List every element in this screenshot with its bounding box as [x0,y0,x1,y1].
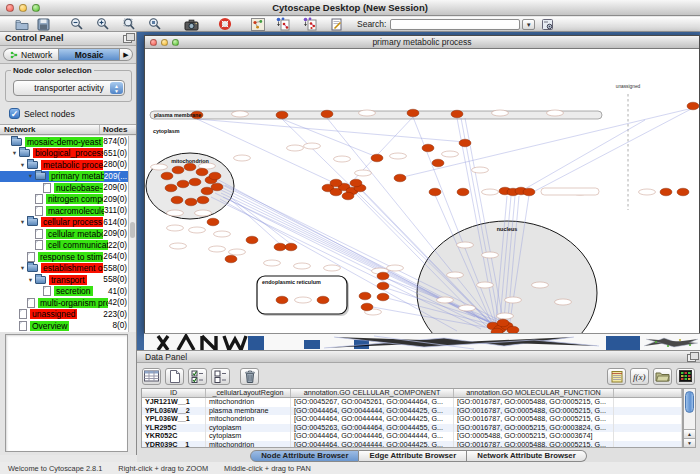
network-node[interactable] [197,196,209,204]
network-node[interactable] [274,243,286,251]
tab-overflow-arrow[interactable]: ▶ [120,48,133,61]
unselect-attributes-icon[interactable] [211,368,230,385]
network-node[interactable] [209,172,221,180]
expander-icon[interactable]: ▼ [18,265,27,271]
network-window-titlebar[interactable]: primary metabolic process [145,36,699,49]
close-button[interactable] [6,4,14,12]
network-node[interactable] [371,154,383,162]
tree-item[interactable]: ▼transport558(0) [0,274,129,286]
table-row[interactable]: YLR295Ccytoplasm[GO:0045263, GO:0044464,… [142,424,682,433]
create-attribute-icon[interactable] [165,368,184,385]
network-node[interactable] [285,243,297,251]
network-node[interactable] [321,110,333,118]
tab-mosaic[interactable]: Mosaic [58,48,120,61]
zoom-in-icon[interactable] [94,17,111,31]
search-options-icon[interactable] [539,17,556,31]
tree-scrollbar[interactable] [128,136,136,332]
tree-item[interactable]: mosaic-demo-yeast874(0) [0,136,129,148]
network-close-button[interactable] [150,39,157,46]
layout-mapping-icon[interactable] [274,17,291,31]
table-scrollbar[interactable]: ▲ ▼ [683,388,696,448]
tree-header-nodes[interactable]: Nodes [100,125,136,134]
network-node[interactable] [330,179,342,187]
vizmapper-icon[interactable] [249,17,266,31]
attribute-editor-icon[interactable] [607,368,626,385]
network-node[interactable] [432,159,444,167]
search-input[interactable] [390,19,520,30]
network-minimize-button[interactable] [161,39,168,46]
network-node[interactable] [185,198,197,206]
tab-network[interactable]: Network [3,48,58,61]
function-builder-icon[interactable]: f(x) [630,368,649,385]
column-header[interactable]: annotation.GO MOLECULAR_FUNCTION [454,389,614,397]
attribute-tab[interactable]: Network Attribute Browser [467,450,587,462]
select-nodes-checkbox[interactable]: ✓ [9,108,20,119]
network-node[interactable] [377,272,389,280]
scroll-down-icon[interactable]: ▼ [684,438,695,447]
zoom-fit-icon[interactable] [120,17,137,31]
tree-scrollbar-thumb[interactable] [130,222,135,238]
network-node[interactable] [172,166,184,174]
tree-item[interactable]: cellular metabo209(0) [0,228,129,240]
network-node[interactable] [361,303,373,311]
tree-item[interactable]: macromolecule311(0) [0,205,129,217]
table-row[interactable]: YPL036W__2plasma membrane[GO:0044464, GO… [142,407,682,416]
tree-item[interactable]: ▼cellular process614(0) [0,217,129,229]
network-node[interactable] [407,109,419,117]
table-scrollbar-thumb[interactable] [685,391,694,413]
expander-icon[interactable]: ▼ [18,162,27,168]
network-node[interactable] [677,188,689,196]
network-node[interactable] [687,102,699,110]
network-zoom-button[interactable] [172,39,179,46]
network-node[interactable] [177,180,189,188]
attribute-tab[interactable]: Node Attribute Browser [250,450,359,462]
zoom-button[interactable] [32,4,40,12]
expander-icon[interactable]: ▼ [10,150,19,156]
tree-item[interactable]: ▼metabolic process280(0) [0,159,129,171]
expander-icon[interactable]: ▼ [18,219,27,225]
tree-item[interactable]: ▼biological_process651(0) [0,148,129,160]
network-node[interactable] [507,326,519,333]
network-node[interactable] [660,188,672,196]
network-node[interactable] [165,184,177,192]
network-node[interactable] [276,296,288,304]
window-titlebar[interactable]: Cytoscape Desktop (New Session) [0,0,700,16]
network-node[interactable] [497,319,509,327]
birds-eye-view[interactable] [5,334,128,452]
tree-item[interactable]: cell communicat22(0) [0,240,129,252]
tree-header-network[interactable]: Network [0,125,100,134]
heatmap-icon[interactable] [676,368,695,385]
table-row[interactable]: YKR052Ccytoplasm[GO:0044464, GO:0044446,… [142,432,682,441]
help-icon[interactable] [216,17,233,31]
network-node[interactable] [171,196,183,204]
node-color-dropdown[interactable]: transporter activity ▲▼ [13,80,125,96]
network-node[interactable] [211,183,223,191]
expander-icon[interactable]: ▼ [26,277,35,283]
network-node[interactable] [189,178,201,186]
select-attributes-icon[interactable] [188,368,207,385]
tree-item[interactable]: nitrogen compo209(0) [0,194,129,206]
attribute-grid-icon[interactable] [142,368,161,385]
network-node[interactable] [276,111,288,119]
network-node[interactable] [459,139,471,147]
data-panel-float-icon[interactable] [687,354,696,362]
search-dropdown-arrow[interactable]: ▼ [522,19,535,30]
network-canvas[interactable]: plasma membranecytoplasmmitochondrionnuc… [145,50,699,333]
snapshot-icon[interactable] [183,17,200,31]
table-row[interactable]: YJR121W__1mitochondrion[GO:0045267, GO:0… [142,398,682,407]
table-row[interactable]: YDR039C__1mitochondrion[GO:0044464, GO:0… [142,441,682,449]
tree-item[interactable]: ▼primary metabo209(... [0,171,129,183]
network-node[interactable] [317,296,329,304]
expander-icon[interactable]: ▼ [26,173,35,179]
network-node[interactable] [342,192,354,200]
tree-item[interactable]: secretion41(0) [0,286,129,298]
tree-item[interactable]: Overview8(0) [0,320,129,332]
network-node[interactable] [422,144,434,152]
tree-item[interactable]: ▼establishment of lo558(0) [0,263,129,275]
network-node[interactable] [161,172,173,180]
network-node[interactable] [246,236,258,244]
zoom-out-icon[interactable] [68,17,85,31]
tree-item[interactable]: unassigned223(0) [0,309,129,321]
delete-attribute-icon[interactable] [240,368,259,385]
column-header[interactable]: ID [142,389,206,397]
